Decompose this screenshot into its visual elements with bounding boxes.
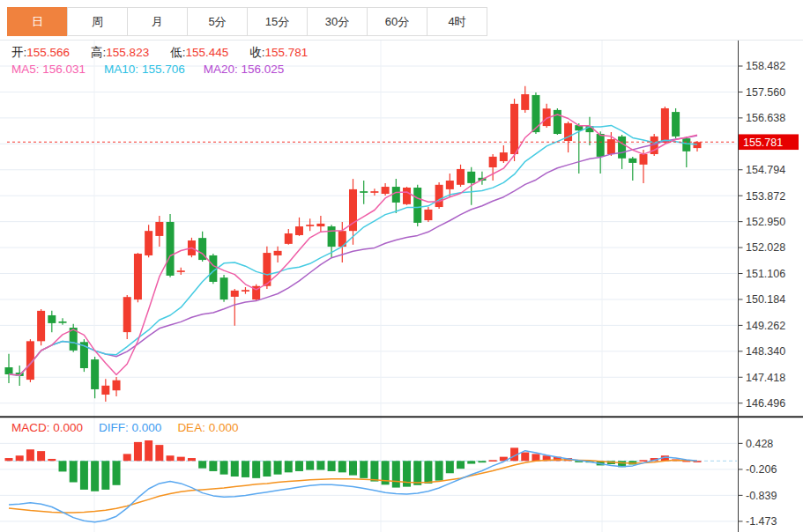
svg-text:154.794: 154.794 [746,164,785,176]
macd-histogram [5,440,702,491]
tab-30min[interactable]: 30分 [307,7,368,36]
macd-value-readout: MACD: 0.000 [11,421,83,434]
ma5-label: MA5: [11,63,40,76]
ma-readout: MA5: 156.031 MA10: 155.706 MA20: 156.025 [11,63,284,76]
macd-readout: MACD: 0.000 DIFF: 0.000 DEA: 0.000 [11,421,238,434]
tab-15min[interactable]: 15分 [247,7,308,36]
high-label: 高: [91,46,106,59]
ma10-readout: MA10: 155.706 [104,63,185,76]
header-divider [0,40,803,41]
ohlc-readout: 开:155.566 高:155.823 低:155.445 收:155.781 [11,45,308,61]
ma10-value: 155.706 [142,63,185,76]
svg-text:157.560: 157.560 [746,86,785,99]
low-readout: 低:155.445 [170,45,228,61]
tab-month[interactable]: 月 [127,7,188,36]
macd-label: MACD: [11,421,50,434]
ma20-readout: MA20: 156.025 [204,63,285,76]
open-label: 开: [11,46,26,59]
open-readout: 开:155.566 [11,45,70,61]
low-label: 低: [170,46,185,59]
close-value: 155.781 [265,46,309,59]
macd-value: 0.000 [53,421,83,434]
svg-text:152.028: 152.028 [746,241,785,254]
svg-text:153.872: 153.872 [746,190,785,203]
svg-text:148.340: 148.340 [746,345,785,358]
axis-labels: 158.482157.560156.638154.794153.872152.9… [738,60,785,528]
timeframe-tab-bar: 日 周 月 5分 15分 30分 60分 4时 [7,7,487,36]
dea-value-readout: DEA: 0.000 [177,421,238,434]
dea-label: DEA: [177,421,205,434]
svg-text:155.781: 155.781 [743,137,783,149]
ma10-label: MA10: [104,63,138,76]
last-price-badge: 155.781 [739,134,799,150]
dea-value: 0.000 [209,421,239,434]
gridlines [0,40,737,532]
diff-value: 0.000 [132,421,162,434]
low-value: 155.445 [185,46,228,59]
svg-text:-0.206: -0.206 [746,463,777,476]
svg-text:158.482: 158.482 [746,60,785,72]
svg-text:150.184: 150.184 [746,293,785,306]
svg-text:-0.839: -0.839 [746,490,777,502]
ma20-label: MA20: [204,63,238,76]
svg-text:149.262: 149.262 [746,320,785,332]
close-label: 收: [249,46,264,59]
tab-60min[interactable]: 60分 [367,7,428,36]
high-value: 155.823 [106,46,149,59]
diff-value-readout: DIFF: 0.000 [99,421,161,434]
tab-week[interactable]: 周 [67,7,128,36]
ma5-value: 156.031 [42,63,86,76]
tab-4hour[interactable]: 4时 [427,7,487,36]
diff-label: DIFF: [99,421,129,434]
svg-text:152.950: 152.950 [746,216,785,228]
ma20-value: 156.025 [242,63,285,76]
candlestick-chart-canvas[interactable]: 158.482157.560156.638154.794153.872152.9… [0,0,803,532]
ma-lines [9,115,697,375]
svg-text:156.638: 156.638 [746,112,785,124]
open-value: 155.566 [26,46,70,59]
ma5-readout: MA5: 156.031 [11,63,86,76]
svg-text:147.418: 147.418 [746,372,785,384]
panel-separator [0,416,803,417]
svg-text:151.106: 151.106 [746,268,785,280]
close-readout: 收:155.781 [249,45,308,61]
svg-text:146.496: 146.496 [746,397,785,410]
tab-5min[interactable]: 5分 [187,7,248,36]
svg-text:0.428: 0.428 [746,438,773,450]
svg-text:-1.473: -1.473 [746,515,777,528]
high-readout: 高:155.823 [91,45,149,61]
tab-day[interactable]: 日 [7,7,68,36]
